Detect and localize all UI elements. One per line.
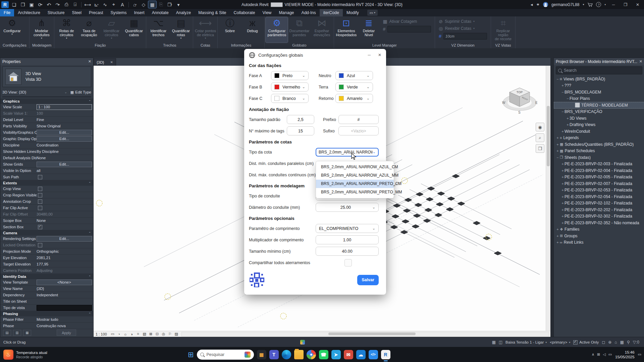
tree-item-pe-e-2023-brvp-02-003-finalizada[interactable]: +PE-E-2023-BRVP-02-003 - Finalizada [554, 161, 644, 168]
close-button[interactable]: ✕ [633, 2, 642, 7]
compartilhar-aterramentos-checkbox[interactable] [344, 259, 352, 266]
tab-analyze[interactable]: Analyze [172, 9, 195, 16]
underlay-select-icon[interactable]: ▦ [620, 340, 624, 345]
tree-item-pe-e-2023-brvp-02-004-finalizada[interactable]: +PE-E-2023-BRVP-02-004 - Finalizada [554, 167, 644, 174]
spline-icon[interactable]: ∿ [101, 1, 109, 8]
tree-expander-icon[interactable]: + [556, 136, 559, 140]
dropdown-item[interactable]: BRS_2,0mm_ARIAL NARROW_PRETO_MM [316, 188, 394, 196]
editable-only-icon[interactable]: ◻ [602, 340, 605, 345]
gmail-icon[interactable]: ✉ [344, 350, 353, 359]
design-option-dropdown[interactable]: Baixa Tensão 1 - Ligar▾ [505, 340, 547, 344]
select-terra[interactable]: Verde⌄ [335, 82, 373, 92]
vscode-icon[interactable]: </> [369, 350, 378, 359]
deletar-nivel-button[interactable]: ≣Deletar Nível [358, 17, 380, 43]
whatsapp-icon[interactable]: ☎ [319, 350, 328, 359]
dropdown-item[interactable]: BRS_2,0mm_ARIAL NARROW_AZUL_CM [316, 163, 394, 171]
weather-widget[interactable]: ♨ Temperatura atual Recorde atingido [0, 350, 80, 360]
tree-item-3d-views[interactable]: +3D Views [554, 115, 644, 122]
tree-expander-icon[interactable]: + [561, 83, 565, 87]
tree-item-schedules-quantities-brs-padr-o-[interactable]: +▦Schedules/Quantities (BRS_PADRÃO) [554, 141, 644, 148]
tray-battery-icon[interactable]: ▭ [608, 352, 612, 357]
tab-massing-site[interactable]: Massing & Site [195, 9, 230, 16]
maximize-button[interactable]: ❐ [621, 2, 630, 7]
input-prefixo[interactable] [338, 115, 379, 124]
reveal-hidden-icon[interactable]: ⚐ [167, 331, 173, 337]
worksets-icon[interactable]: ▦ [492, 340, 495, 345]
zoom-icon[interactable]: ⌕ [536, 133, 544, 142]
apply-button[interactable]: Apply [57, 329, 76, 336]
shadows-icon[interactable]: ◑ [129, 331, 135, 337]
open-icon[interactable]: ❒ [19, 1, 27, 8]
tree-expander-icon[interactable]: + [561, 175, 565, 179]
parametro-de-comprimento-select[interactable]: EL_COMPRIMENTO ⌄ [316, 224, 379, 233]
dialog-minimize-button[interactable]: ─ [368, 53, 371, 57]
tab-modify[interactable]: Modify [343, 9, 363, 16]
taxa-de-ocupacao-button[interactable]: ⌀Taxa de ocupação [78, 17, 100, 43]
text-icon[interactable]: A [118, 1, 126, 8]
taskbar-clock[interactable]: 15:46 15/05/2025 [615, 350, 635, 359]
tree-item-pe-e-2023-brvp-02-007-finalizada[interactable]: +PE-E-2023-BRVP-02-007 - Finalizada [554, 180, 644, 187]
project-browser-close-icon[interactable]: ✕ [639, 59, 642, 64]
tree-expander-icon[interactable]: + [561, 195, 565, 199]
tray-chevron-icon[interactable]: ∧ [592, 352, 594, 357]
status-center-icon[interactable] [300, 340, 305, 345]
identificar-trechos-button[interactable]: ⌥Identificar trechos [147, 17, 169, 43]
onedrive-icon[interactable]: ☁ [356, 350, 366, 359]
input-sufixo[interactable] [338, 126, 379, 135]
help-caret-icon[interactable]: ▾ [604, 3, 606, 6]
tree-expander-icon[interactable]: + [561, 208, 565, 212]
properties-footer-icon-2[interactable]: ▥ [13, 330, 21, 336]
tree-expander-icon[interactable]: − [561, 110, 565, 114]
tree-item-t-rreo-modelagem[interactable]: TÉRREO - MODELAGEM [554, 102, 644, 109]
select-fase-a[interactable]: Preto⌄ [271, 71, 309, 80]
crop-view-icon[interactable]: ▧ [142, 331, 148, 337]
debug-button[interactable]: жDebug [241, 17, 263, 43]
tab-add-ins[interactable]: Add-Ins [298, 9, 320, 16]
tree-item-floor-plans[interactable]: −Floor Plans [554, 96, 644, 102]
rendering-icon[interactable]: ⌗ [135, 331, 141, 337]
tree-expander-icon[interactable]: − [556, 156, 559, 160]
tree-item-views-brs-padr-o-[interactable]: −⧈Views (BRS_PADRÃO) [554, 76, 644, 82]
type-selector-preview[interactable]: 3D View Vista 3D [2, 66, 91, 87]
tree-item-brs-verifica-o[interactable]: −BRS_VERIFICAÇÃO [554, 109, 644, 115]
checkbox-section-box[interactable] [38, 225, 42, 229]
windows-start-icon[interactable]: ⊞ [188, 351, 194, 359]
checkbox-annotation-crop[interactable] [38, 199, 42, 204]
pin-icon[interactable]: ◇ [140, 1, 148, 8]
elementos-hospedados-button[interactable]: ⊡Elementos Hospedados [335, 17, 357, 43]
properties-footer-icon-1[interactable]: ▤ [3, 330, 11, 336]
dialog-title-bar[interactable]: Configurações globais ─ ✕ [244, 49, 386, 61]
redo-icon[interactable]: ↷▾ [54, 1, 62, 8]
tab-itercode[interactable]: iterCode [320, 9, 343, 16]
tab-precast[interactable]: Precast [85, 9, 107, 16]
tree-expander-icon[interactable]: − [561, 90, 565, 94]
visual-style-icon[interactable]: ◔ [116, 331, 122, 337]
tree-expander-icon[interactable]: − [566, 97, 570, 101]
tag-icon[interactable]: ⌖ [110, 1, 118, 8]
quantificar-cabos-button[interactable]: ▦Quantificar cabos [123, 17, 145, 43]
tree-item-panel-schedules[interactable]: +▦Panel Schedules [554, 148, 644, 155]
unlocked-view-icon[interactable]: ⊡ [154, 331, 160, 337]
tree-item-legends[interactable]: +≡Legends [554, 135, 644, 141]
properties-footer-icon-3[interactable]: ▦ [23, 330, 31, 336]
dimension-offset-input[interactable]: 10cm [443, 33, 487, 40]
tree-expander-icon[interactable]: + [561, 214, 565, 218]
dropdown-item[interactable]: BRS_2,0mm_ARIAL NARROW_AZUL_MM [316, 171, 394, 180]
tree-expander-icon[interactable]: + [566, 123, 570, 127]
vertical-scrollbar[interactable] [546, 66, 550, 331]
pinned-select-icon[interactable]: ⌂ [614, 340, 617, 345]
revit-taskbar-icon[interactable]: R [381, 350, 390, 359]
tree-item-sheets-todas-[interactable]: −❐Sheets (todas) [554, 154, 644, 161]
view-tab[interactable]: {3D} ✕ [94, 58, 116, 66]
tree-item-pe-e-2023-brvp-02-102-finalizada[interactable]: +PE-E-2023-BRVP-02-102 - Finalizada [554, 200, 644, 207]
level-offset-input[interactable] [387, 26, 431, 33]
tab-architecture[interactable]: Architecture [14, 9, 44, 16]
taskbar-search-input[interactable]: Pesquisar [197, 350, 254, 360]
cart-icon[interactable] [587, 2, 593, 7]
measure-icon[interactable]: ⊾▾ [92, 1, 100, 8]
tree-expander-icon[interactable]: + [561, 129, 565, 133]
search-help-icon[interactable]: ⚭ [536, 2, 540, 7]
save-icon[interactable]: ▣ [28, 1, 36, 8]
design-options-icon[interactable]: ◫ [499, 340, 502, 345]
quantificar-rotas-button[interactable]: ▤Quantificar rotas▾ [170, 17, 192, 43]
